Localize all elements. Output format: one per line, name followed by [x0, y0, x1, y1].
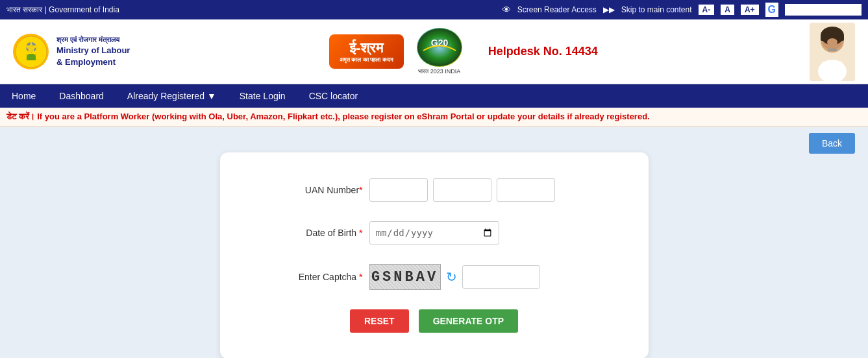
- reset-button[interactable]: RESET: [350, 309, 409, 333]
- uan-input-3[interactable]: [497, 178, 555, 202]
- dob-fields: [369, 221, 610, 245]
- uan-input-1[interactable]: [369, 178, 428, 202]
- skip-to-main[interactable]: Skip to main content: [621, 5, 692, 14]
- nav: Home Dashboard Already Registered ▼ Stat…: [0, 84, 868, 108]
- eshram-label: ई-श्रम: [349, 40, 383, 56]
- gov-label: भारत सरकार | Government of India: [6, 5, 119, 14]
- google-icon: G: [765, 3, 778, 17]
- helpdesk: Helpdesk No. 14434: [488, 45, 598, 58]
- dob-label: Date of Birth *: [259, 228, 363, 238]
- svg-point-12: [827, 38, 837, 46]
- eshram-sub: अमृत काल का पहला कदम: [340, 56, 393, 64]
- svg-rect-14: [823, 62, 842, 73]
- uan-row: UAN Number*: [259, 178, 610, 202]
- captcha-fields: GSNBAV ↻: [369, 264, 610, 290]
- dropdown-arrow-icon: ▼: [850, 5, 858, 14]
- font-decrease-btn[interactable]: A-: [699, 5, 715, 15]
- nav-home[interactable]: Home: [0, 84, 47, 108]
- uan-required: *: [359, 185, 362, 195]
- uan-fields: [369, 178, 610, 202]
- back-button[interactable]: Back: [809, 133, 855, 154]
- nav-already-registered[interactable]: Already Registered ▼: [116, 84, 228, 108]
- ticker-text: डेट करें। If you are a Platform Worker (…: [6, 112, 650, 121]
- font-increase-btn[interactable]: A+: [741, 5, 759, 15]
- dob-row: Date of Birth *: [259, 221, 610, 245]
- g20-badge: G20 भारत 2023 INDIA: [417, 28, 462, 75]
- select-language-label: Select Language: [789, 5, 847, 14]
- ministry-hindi: श्रम एवं रोजगार मंत्रालय: [56, 35, 130, 45]
- dropdown-icon: ▼: [207, 91, 216, 101]
- captcha-label: Enter Captcha *: [259, 272, 363, 282]
- ministry-line1: Ministry of Labour: [56, 45, 130, 56]
- nav-csc-locator-label: CSC locator: [309, 91, 358, 101]
- main-content: Back UAN Number* Date of Birth *: [0, 126, 868, 358]
- g20-sub: भारत 2023 INDIA: [418, 68, 460, 75]
- top-bar-right: 👁 Screen Reader Access ▶▶ Skip to main c…: [502, 3, 862, 17]
- nav-dashboard[interactable]: Dashboard: [47, 84, 116, 108]
- nav-csc-locator[interactable]: CSC locator: [297, 84, 369, 108]
- separator1: ▶▶: [603, 5, 615, 14]
- nav-home-label: Home: [12, 91, 36, 101]
- refresh-icon: ↻: [446, 270, 457, 284]
- g20-logo: G20: [417, 28, 462, 67]
- ministry-text: श्रम एवं रोजगार मंत्रालय Ministry of Lab…: [56, 35, 130, 69]
- ticker: डेट करें। If you are a Platform Worker (…: [0, 108, 868, 126]
- pm-photo: [810, 23, 855, 81]
- ministry-line2: & Employment: [56, 56, 130, 68]
- uan-input-2[interactable]: [433, 178, 491, 202]
- screen-reader-icon: 👁: [502, 5, 511, 15]
- nav-already-registered-label: Already Registered: [127, 91, 205, 101]
- captcha-input[interactable]: [462, 265, 540, 289]
- captcha-refresh-button[interactable]: ↻: [446, 269, 457, 285]
- captcha-row: Enter Captcha * GSNBAV ↻: [259, 264, 610, 290]
- form-card: UAN Number* Date of Birth * Enter Captch…: [220, 152, 649, 358]
- eshram-logo: ई-श्रम अमृत काल का पहला कदम: [329, 34, 404, 69]
- top-bar: भारत सरकार | Government of India 👁 Scree…: [0, 0, 868, 19]
- dob-input[interactable]: [369, 221, 499, 245]
- emblem: [13, 34, 49, 69]
- captcha-image: GSNBAV: [369, 264, 441, 290]
- dob-required: *: [359, 228, 362, 238]
- language-selector[interactable]: Select Language ▼: [785, 4, 862, 16]
- uan-label: UAN Number*: [259, 185, 363, 195]
- svg-rect-13: [828, 49, 837, 51]
- screen-reader-link[interactable]: Screen Reader Access: [517, 5, 597, 14]
- font-normal-btn[interactable]: A: [721, 5, 734, 15]
- captcha-required: *: [359, 272, 362, 282]
- captcha-text: GSNBAV: [371, 269, 438, 285]
- header-center: ई-श्रम अमृत काल का पहला कदम G20: [329, 28, 611, 75]
- header: श्रम एवं रोजगार मंत्रालय Ministry of Lab…: [0, 19, 868, 84]
- generate-otp-button[interactable]: GENERATE OTP: [419, 309, 518, 333]
- svg-rect-2: [27, 54, 36, 60]
- form-buttons: RESET GENERATE OTP: [259, 309, 610, 333]
- header-left: श्रम एवं रोजगार मंत्रालय Ministry of Lab…: [13, 34, 130, 69]
- nav-state-login-label: State Login: [240, 91, 286, 101]
- nav-dashboard-label: Dashboard: [59, 91, 104, 101]
- nav-state-login[interactable]: State Login: [228, 84, 297, 108]
- gov-label-container: भारत सरकार | Government of India: [6, 5, 119, 14]
